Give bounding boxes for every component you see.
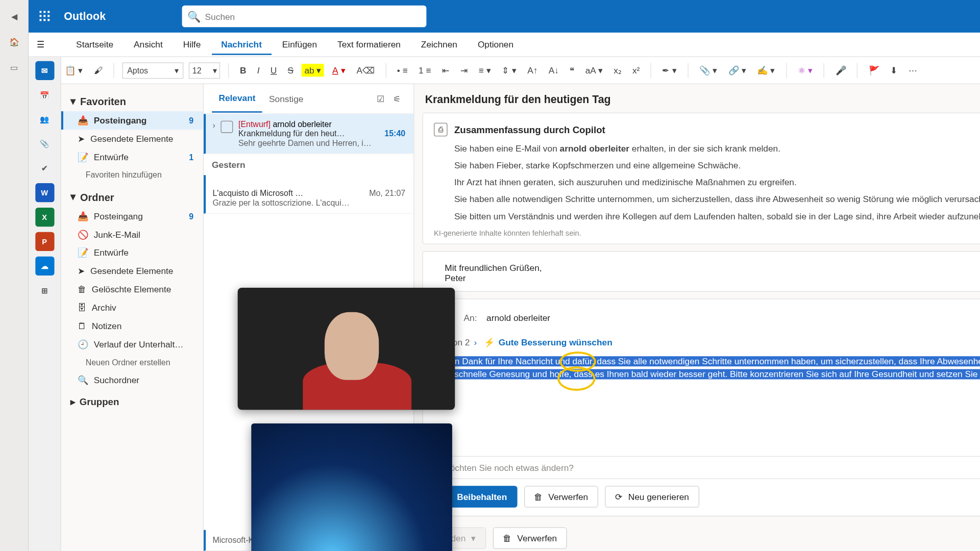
paste-button[interactable]: 📋 ▾ <box>62 65 86 76</box>
attach-button[interactable]: 📎 ▾ <box>697 65 720 76</box>
link-button[interactable]: 🔗 ▾ <box>725 65 749 76</box>
font-family-select[interactable]: Aptos▾ <box>122 62 184 79</box>
favorites-header[interactable]: ▾ Favoriten <box>61 88 203 111</box>
expand-icon[interactable]: › <box>212 121 215 131</box>
linespacing-button[interactable]: ⇕ ▾ <box>499 65 519 76</box>
browser-tab-icon[interactable]: ▭ <box>8 61 20 73</box>
tab-message[interactable]: Nachricht <box>212 34 272 55</box>
superscript-button[interactable]: x² <box>630 65 643 76</box>
more-button[interactable]: ⋯ <box>906 65 920 76</box>
align-button[interactable]: ≡ ▾ <box>476 65 494 76</box>
browser-back-icon[interactable]: ◀ <box>8 10 20 22</box>
font-color-button[interactable]: A ▾ <box>330 65 349 76</box>
folder-drafts-fav[interactable]: 📝Entwürfe1 <box>61 148 203 166</box>
tab-draw[interactable]: Zeichnen <box>411 34 467 55</box>
people-app-icon[interactable]: 👥 <box>35 110 54 129</box>
folders-header[interactable]: ▾ Ordner <box>61 184 203 207</box>
excel-app-icon[interactable]: X <box>35 208 54 227</box>
subscript-button[interactable]: x₂ <box>611 65 624 76</box>
tab-format[interactable]: Text formatieren <box>328 34 410 55</box>
folder-archive[interactable]: 🗄Archiv <box>61 298 203 317</box>
message-checkbox[interactable] <box>220 121 233 133</box>
styles-button[interactable]: ✒ ▾ <box>659 65 679 76</box>
underline-button[interactable]: U <box>268 65 280 76</box>
onedrive-app-icon[interactable]: ☁ <box>35 257 54 276</box>
search-folders[interactable]: 🔍Suchordner <box>61 371 203 390</box>
discard-draft-button[interactable]: 🗑Verwerfen <box>524 486 598 508</box>
font-size-select[interactable]: 12▾ <box>189 62 220 79</box>
folder-notes[interactable]: 🗒Notizen <box>61 317 203 335</box>
search-box[interactable]: 🔍 <box>182 6 426 28</box>
suggestion-chip[interactable]: ⚡ Gute Besserung wünschen <box>484 337 612 347</box>
copilot-summary-title: Zusammenfassung durch Copilot <box>454 124 605 135</box>
copilot-button[interactable]: ⚛ ▾ <box>795 65 816 76</box>
sensitivity-button[interactable]: 🚩 <box>866 65 882 76</box>
decrease-font-button[interactable]: A↓ <box>546 65 561 76</box>
more-apps-icon[interactable]: ⊞ <box>35 281 54 300</box>
todo-app-icon[interactable]: ✔ <box>35 159 54 178</box>
increase-font-button[interactable]: A↑ <box>525 65 541 76</box>
italic-button[interactable]: I <box>254 65 262 76</box>
wand-icon: ⚡ <box>484 337 495 347</box>
compose-body[interactable]: Vielen Dank für Ihre Nachricht und dafür… <box>434 354 980 449</box>
copilot-draft-actions: ✔Beibehalten 🗑Verwerfen ⟳Neu generieren <box>434 486 980 508</box>
files-app-icon[interactable]: 📎 <box>35 134 54 153</box>
discard-button[interactable]: 🗑Verwerfen <box>493 527 567 549</box>
mail-app-icon[interactable]: ✉ <box>35 61 54 80</box>
word-app-icon[interactable]: W <box>35 183 54 202</box>
bold-button[interactable]: B <box>237 65 249 76</box>
calendar-app-icon[interactable]: 📅 <box>35 86 54 105</box>
copilot-icon: ⎙ <box>434 123 448 137</box>
groups-header[interactable]: ▸ Gruppen <box>61 389 203 411</box>
change-case-button[interactable]: aA ▾ <box>582 65 605 76</box>
folder-drafts[interactable]: 📝Entwürfe <box>61 243 203 262</box>
select-all-icon[interactable]: ☑ <box>373 94 389 104</box>
regenerate-button[interactable]: ⟳Neu generieren <box>605 486 699 508</box>
folder-sent-fav[interactable]: ➤Gesendete Elemente <box>61 130 203 148</box>
message-item-1[interactable]: › [Entwurf] arnold oberleiter Krankmeldu… <box>204 114 413 154</box>
folder-conv-history[interactable]: 🕘Verlauf der Unterhalt… <box>61 335 203 354</box>
download-button[interactable]: ⬇ <box>888 65 900 76</box>
other-tab[interactable]: Sonstige <box>262 86 310 112</box>
drafts-icon: 📝 <box>78 247 88 258</box>
folder-inbox-fav[interactable]: 📥Posteingang9 <box>61 111 203 130</box>
folder-deleted[interactable]: 🗑Gelöschte Elemente <box>61 280 203 298</box>
create-folder-link[interactable]: Neuen Ordner erstellen <box>61 354 203 371</box>
indent-button[interactable]: ⇥ <box>457 65 470 76</box>
clear-format-button[interactable]: A⌫ <box>354 65 377 76</box>
quote-button[interactable]: ❝ <box>567 65 577 76</box>
highlight-button[interactable]: ab ▾ <box>302 64 324 77</box>
tab-help[interactable]: Hilfe <box>174 34 210 55</box>
tab-options[interactable]: Optionen <box>468 34 523 55</box>
tab-view[interactable]: Ansicht <box>124 34 172 55</box>
add-favorite-link[interactable]: Favoriten hinzufügen <box>61 166 203 184</box>
strike-button[interactable]: S <box>285 65 296 76</box>
tab-insert[interactable]: Einfügen <box>273 34 327 55</box>
next-suggestion-icon[interactable]: › <box>474 337 477 347</box>
folder-inbox[interactable]: 📥Posteingang9 <box>61 207 203 226</box>
ppt-app-icon[interactable]: P <box>35 232 54 251</box>
numbering-button[interactable]: 1 ≡ <box>416 65 434 76</box>
outdent-button[interactable]: ⇤ <box>439 65 452 76</box>
folder-junk[interactable]: 🚫Junk-E-Mail <box>61 226 203 244</box>
refine-input[interactable]: Möchten Sie noch etwas ändern? ➤ <box>434 456 980 479</box>
reading-pane: Krankmeldung für den heutigen Tag ✕ ⎙ Zu… <box>414 84 980 551</box>
search-input[interactable] <box>205 11 421 21</box>
tab-home[interactable]: Startseite <box>66 34 122 55</box>
filter-icon[interactable]: ⚟ <box>389 94 405 104</box>
app-launcher-icon[interactable] <box>34 6 56 28</box>
signature-button[interactable]: ✍ ▾ <box>754 65 778 76</box>
compose-card: An: arnold oberleiter 🪪 ‹ 2 von 2 › ⚡ Gu… <box>422 298 980 516</box>
summary-line-4: Sie haben alle notwendigen Schritte unte… <box>454 194 980 204</box>
focused-tab[interactable]: Relevant <box>212 85 262 113</box>
hamburger-icon[interactable]: ☰ <box>37 39 45 49</box>
browser-home-icon[interactable]: 🏠 <box>8 36 20 48</box>
compose-to-row: An: arnold oberleiter 🪪 <box>434 307 980 328</box>
meet-now-button[interactable]: 📹 Jetzt besprechen <box>973 6 980 28</box>
message-item-2[interactable]: L'acquisto di Microsoft …Mo, 21:07 Grazi… <box>204 175 413 214</box>
bullets-button[interactable]: • ≡ <box>395 65 411 76</box>
dictate-button[interactable]: 🎤 <box>832 65 849 76</box>
format-painter-button[interactable]: 🖌 <box>91 65 106 76</box>
summary-line-2: Sie haben Fieber, starke Kopfschmerzen u… <box>454 160 980 170</box>
folder-sent[interactable]: ➤Gesendete Elemente <box>61 262 203 280</box>
